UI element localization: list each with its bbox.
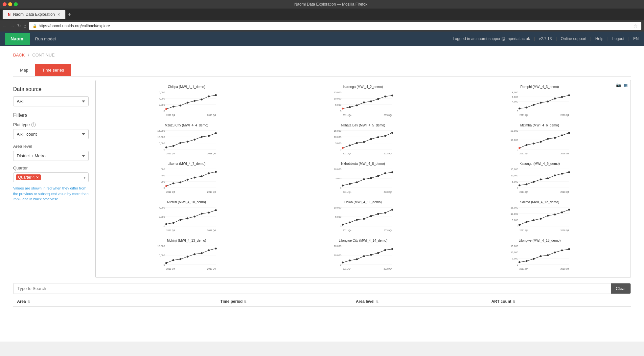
maximize-dot[interactable] (14, 2, 18, 6)
svg-line-88 (188, 140, 195, 142)
svg-point-214 (526, 184, 527, 185)
svg-line-135 (534, 142, 541, 144)
col-time-period: Time period ⇅ (220, 299, 356, 304)
svg-line-37 (357, 102, 364, 105)
chart-title-11: Dowa (MWI_4_11_demo) (277, 200, 449, 204)
url-input[interactable] (38, 24, 633, 28)
svg-line-329 (385, 249, 393, 250)
svg-line-112 (357, 142, 364, 143)
back-button[interactable]: ← (3, 23, 7, 29)
svg-point-334 (370, 254, 372, 256)
filters-group: Filters Plot type ? ART count Area level… (13, 112, 89, 202)
svg-point-72 (554, 98, 556, 99)
chart-cell-15: Lilongwe (MWI_4_15_demo)05,00010,00015,0… (452, 237, 627, 274)
svg-point-218 (554, 175, 556, 176)
help-link[interactable]: Help (595, 36, 604, 41)
svg-line-38 (364, 101, 371, 102)
back-link[interactable]: BACK (13, 53, 25, 57)
svg-line-182 (350, 182, 357, 184)
quarter-dropdown-icon[interactable]: ▾ (83, 175, 86, 180)
svg-text:2018 Q4: 2018 Q4 (384, 191, 393, 193)
area-level-select[interactable]: District + Metro (13, 151, 89, 161)
chart-cell-11: Dowa (MWI_4_11_demo)05,00010,0002011 Q42… (275, 199, 450, 236)
svg-point-22 (201, 99, 202, 100)
bookmark-icon[interactable]: ☆ (633, 23, 638, 29)
tab-map[interactable]: Map (13, 64, 35, 76)
svg-point-166 (172, 183, 174, 184)
clear-button[interactable]: Clear (611, 283, 631, 294)
svg-line-258 (385, 210, 393, 213)
new-tab-button[interactable]: + (68, 11, 71, 17)
svg-text:10,000: 10,000 (511, 174, 518, 177)
online-support-link[interactable]: Online support (561, 36, 586, 41)
svg-point-241 (201, 213, 202, 214)
url-bar[interactable]: 🔒 ☆ (29, 22, 641, 30)
lang-selector[interactable]: EN (633, 36, 639, 41)
svg-point-74 (568, 94, 570, 96)
svg-text:2011 Q4: 2011 Q4 (343, 229, 352, 232)
svg-point-220 (568, 171, 570, 173)
svg-point-215 (533, 181, 534, 183)
reload-button[interactable]: ↻ (17, 23, 21, 29)
quarter-label: Quarter (13, 166, 89, 170)
svg-line-325 (357, 256, 364, 259)
svg-line-90 (202, 136, 209, 137)
col-area-level: Area level ⇅ (356, 299, 491, 304)
svg-line-354 (562, 249, 569, 251)
svg-line-163 (202, 173, 209, 176)
svg-line-35 (343, 107, 350, 108)
svg-text:0: 0 (164, 110, 165, 113)
close-dot[interactable] (3, 2, 7, 6)
quarter-tags-container[interactable]: Quarter 4 × ▾ (13, 172, 89, 182)
plot-type-select[interactable]: ART count (13, 129, 89, 139)
svg-text:2018 Q4: 2018 Q4 (384, 268, 393, 270)
forward-button[interactable]: → (10, 23, 14, 29)
chart-title-2: Karonga (MWI_4_2_demo) (277, 85, 449, 89)
sort-time-icon[interactable]: ⇅ (244, 300, 246, 303)
svg-text:15,000: 15,000 (511, 206, 518, 209)
svg-text:5,000: 5,000 (159, 142, 165, 145)
svg-line-113 (364, 139, 371, 142)
svg-text:2,000: 2,000 (159, 103, 165, 106)
svg-line-186 (378, 173, 385, 176)
svg-line-304 (195, 253, 202, 254)
app-header: Naomi Run model Logged in as naomi-suppo… (0, 32, 644, 46)
svg-point-359 (547, 254, 548, 256)
svg-text:10,000: 10,000 (334, 136, 341, 139)
tab-time-series[interactable]: Time series (35, 64, 71, 76)
svg-line-254 (357, 219, 364, 220)
svg-text:10,000: 10,000 (334, 97, 341, 100)
nav-naomi[interactable]: Naomi (5, 33, 30, 45)
explore-layout: Data source ART Filters Plot type ? ART … (13, 80, 631, 278)
svg-point-311 (194, 254, 196, 255)
sort-area-level-icon[interactable]: ⇅ (376, 300, 379, 303)
minimize-dot[interactable] (8, 2, 12, 6)
svg-point-119 (356, 142, 358, 144)
nav-run-model[interactable]: Run model (30, 33, 61, 45)
svg-line-235 (209, 210, 216, 212)
svg-line-159 (173, 182, 181, 183)
svg-text:2018 Q4: 2018 Q4 (207, 152, 216, 155)
search-input[interactable] (13, 283, 611, 294)
svg-point-147 (568, 132, 570, 134)
svg-text:2011 Q4: 2011 Q4 (519, 114, 528, 117)
browser-chrome: Naomi Data Exploration — Mozilla Firefox (0, 0, 644, 9)
logout-link[interactable]: Logout (612, 36, 625, 41)
quarter-tag-close[interactable]: × (36, 175, 39, 180)
tab-close-button[interactable]: × (58, 12, 60, 17)
svg-line-210 (548, 175, 555, 178)
data-source-select[interactable]: ART (13, 96, 89, 106)
sort-area-icon[interactable]: ⇅ (27, 300, 30, 303)
svg-point-144 (547, 138, 548, 140)
home-button[interactable]: ⌂ (24, 23, 26, 29)
sort-art-count-icon[interactable]: ⇅ (513, 300, 515, 303)
svg-text:2011 Q4: 2011 Q4 (166, 268, 175, 270)
svg-text:10,000: 10,000 (334, 254, 341, 257)
version-link[interactable]: v2.7.13 (539, 36, 552, 41)
svg-line-136 (540, 139, 548, 142)
browser-tab[interactable]: N Naomi Data Exploration × (3, 10, 65, 19)
svg-line-231 (180, 218, 188, 220)
plot-type-help-icon[interactable]: ? (31, 122, 36, 127)
svg-line-133 (519, 145, 527, 148)
continue-link[interactable]: CONTINUE (32, 53, 55, 57)
